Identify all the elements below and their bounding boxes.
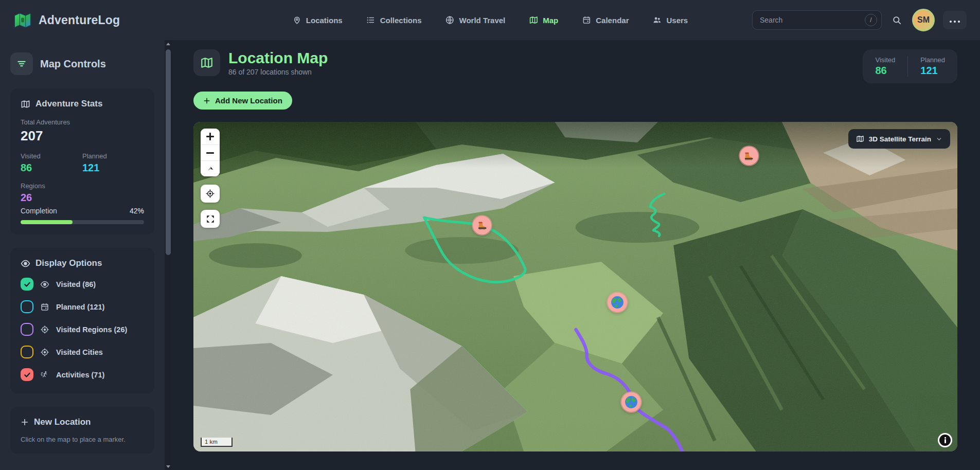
more-menu-button[interactable]	[943, 11, 967, 29]
target-icon	[40, 325, 49, 334]
completion-bar	[21, 220, 144, 224]
display-options-heading: Display Options	[21, 258, 144, 268]
map-marker-hiking-boot[interactable]	[473, 216, 491, 234]
chevron-down-icon	[936, 136, 942, 142]
plus-icon	[206, 133, 214, 140]
search-wrap: /	[752, 10, 882, 30]
divider	[907, 56, 908, 77]
display-option-label: Activities (71)	[56, 371, 104, 379]
locate-button[interactable]	[201, 185, 220, 203]
app-title: AdventureLog	[39, 13, 120, 27]
nav-items: LocationsCollectionsWorld TravelMapCalen…	[292, 15, 688, 25]
add-new-location-button[interactable]: Add New Location	[193, 92, 292, 110]
nav-item-locations[interactable]: Locations	[292, 15, 343, 25]
display-option-label: Planned (121)	[56, 303, 104, 311]
map-marker-hiking-boot[interactable]	[740, 147, 758, 165]
completion-percent: 42%	[130, 207, 144, 215]
display-option-activities-71[interactable]: Activities (71)	[21, 368, 144, 381]
list-icon	[366, 15, 376, 25]
nav-item-label: World Travel	[459, 16, 506, 25]
nav-item-map[interactable]: Map	[529, 15, 558, 25]
search-shortcut-badge: /	[865, 14, 877, 26]
plus-icon	[21, 418, 29, 426]
nav-item-label: Map	[543, 16, 558, 25]
map-marker-globe[interactable]	[608, 293, 627, 312]
sidebar-title: Map Controls	[40, 58, 106, 70]
plus-icon	[203, 97, 210, 104]
checkbox[interactable]	[21, 368, 33, 381]
eye-icon	[21, 259, 30, 268]
checkbox[interactable]	[21, 278, 33, 291]
nav-item-label: Collections	[380, 16, 422, 25]
map-zoom-controls	[201, 129, 220, 176]
eye-icon	[40, 280, 49, 289]
nav-item-collections[interactable]: Collections	[366, 15, 422, 25]
new-location-heading: New Location	[34, 417, 91, 427]
header-visited-value: 86	[875, 65, 895, 77]
visited-label: Visited	[21, 152, 82, 160]
zoom-out-button[interactable]	[201, 144, 220, 160]
total-adventures-label: Total Adventures	[21, 118, 144, 126]
search-input[interactable]	[752, 10, 882, 30]
scrollbar-up-button[interactable]	[165, 40, 172, 47]
total-adventures-value: 207	[21, 128, 144, 144]
pin-icon	[292, 15, 301, 25]
display-option-planned-121[interactable]: Planned (121)	[21, 300, 144, 313]
locate-icon	[205, 189, 215, 198]
completion-label: Completion	[21, 207, 57, 215]
sidebar-scrollbar[interactable]	[165, 40, 172, 470]
minus-icon	[206, 149, 214, 157]
nav-item-label: Calendar	[596, 16, 629, 25]
compass-pitch-button[interactable]	[201, 160, 220, 176]
search-icon[interactable]	[890, 13, 904, 27]
header-planned-label: Planned	[920, 56, 945, 64]
map-scale-bar: 1 km	[201, 438, 233, 447]
new-location-hint: Click on the map to place a marker.	[21, 436, 144, 443]
nav-item-users[interactable]: Users	[652, 15, 688, 25]
map-style-dropdown[interactable]: 3D Satellite Terrain	[848, 129, 950, 149]
avatar[interactable]: SM	[912, 9, 935, 31]
display-option-label: Visited Cities	[56, 348, 103, 356]
header-planned-value: 121	[920, 65, 945, 77]
checkbox[interactable]	[21, 323, 33, 336]
display-option-label: Visited Regions (26)	[56, 326, 127, 334]
nav-item-label: Locations	[306, 16, 343, 25]
attribution-button[interactable]	[938, 433, 952, 447]
planned-label: Planned	[82, 152, 144, 160]
fullscreen-icon	[206, 214, 215, 224]
regions-label: Regions	[21, 182, 144, 190]
map-canvas[interactable]: 3D Satellite Terrain 1 km	[193, 122, 957, 451]
nav-item-calendar[interactable]: Calendar	[582, 15, 629, 25]
scrollbar-down-button[interactable]	[165, 463, 172, 470]
navbar: AdventureLog LocationsCollectionsWorld T…	[0, 0, 980, 40]
display-option-visited-cities[interactable]: Visited Cities	[21, 346, 144, 358]
page-subtitle: 86 of 207 locations shown	[228, 68, 328, 76]
users-icon	[652, 15, 662, 25]
ellipsis-icon	[949, 16, 961, 24]
fullscreen-button[interactable]	[201, 210, 220, 228]
nav-item-label: Users	[666, 16, 688, 25]
nav-item-world-travel[interactable]: World Travel	[446, 15, 506, 25]
sidebar-header: Map Controls	[10, 52, 154, 75]
main-content: Location Map 86 of 207 locations shown V…	[172, 40, 980, 470]
display-option-visited-86[interactable]: Visited (86)	[21, 278, 144, 291]
visited-value: 86	[21, 162, 82, 174]
map-marker-globe[interactable]	[621, 392, 641, 412]
zoom-in-button[interactable]	[201, 129, 220, 144]
page-title: Location Map	[228, 49, 328, 66]
globe-icon	[446, 15, 455, 25]
new-location-card: New Location Click on the map to place a…	[10, 407, 154, 454]
checkbox[interactable]	[21, 300, 33, 313]
regions-value: 26	[21, 192, 144, 204]
checkbox[interactable]	[21, 346, 33, 358]
map-icon	[856, 135, 864, 143]
scrollbar-thumb[interactable]	[166, 49, 171, 255]
brand[interactable]: AdventureLog	[13, 11, 120, 29]
target-icon	[40, 348, 49, 357]
display-option-visited-regions-26[interactable]: Visited Regions (26)	[21, 323, 144, 336]
runner-icon	[40, 370, 49, 379]
map-style-label: 3D Satellite Terrain	[869, 135, 931, 143]
header-visited-label: Visited	[875, 56, 895, 64]
map-icon	[21, 99, 30, 109]
adventure-stats-heading: Adventure Stats	[21, 99, 144, 109]
